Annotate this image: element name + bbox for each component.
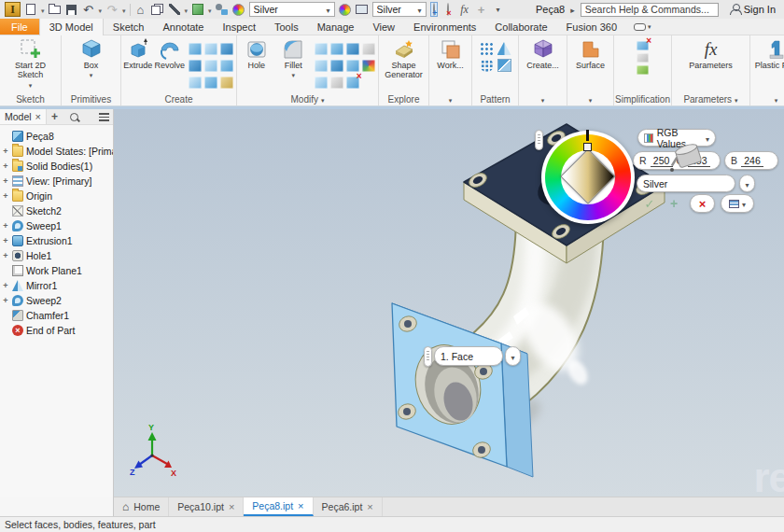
tab-view[interactable]: View (363, 19, 404, 35)
share-button[interactable] (216, 2, 229, 17)
tree-item-hole1[interactable]: +Hole1 (0, 248, 113, 263)
chevron-down-icon[interactable] (41, 4, 45, 15)
sign-in-button[interactable]: Sign In (730, 4, 776, 15)
tree-item-model-states[interactable]: +Model States: [Primary] (0, 144, 113, 159)
tab-file[interactable]: File (0, 19, 39, 35)
chevron-down-icon[interactable] (185, 4, 189, 15)
browser-tab-model[interactable]: Model (0, 109, 47, 124)
diamond-handle[interactable] (583, 143, 592, 151)
fillet-button[interactable]: Fillet (276, 38, 312, 80)
decal-icon[interactable] (204, 60, 217, 72)
circular-pattern-icon[interactable] (480, 59, 494, 72)
chevron-down-icon[interactable] (541, 94, 545, 105)
open-button[interactable] (49, 2, 62, 17)
mini-toolbar-grip[interactable] (535, 130, 543, 150)
home-view-button[interactable] (134, 2, 147, 17)
tab-peca10[interactable]: Peça10.ipt (169, 497, 244, 516)
rib-icon[interactable] (204, 77, 217, 89)
direct-edit-icon[interactable] (362, 43, 375, 55)
tab-fusion-360[interactable]: Fusion 360 (557, 19, 626, 35)
revolve-button[interactable]: Revolve (154, 38, 185, 70)
tab-inspect[interactable]: Inspect (214, 19, 265, 35)
chevron-down-icon[interactable] (775, 94, 778, 105)
thread-icon[interactable] (330, 43, 343, 55)
appearance-add-button-active[interactable]: + (430, 2, 438, 17)
delete-face-icon[interactable] (346, 77, 359, 89)
define-envelope-icon[interactable] (637, 65, 649, 75)
tab-peca8-active[interactable]: Peça8.ipt (244, 497, 313, 516)
color-wheel-picker[interactable] (541, 131, 635, 224)
start-2d-sketch-button[interactable]: Start 2D Sketch (10, 38, 51, 90)
bend-part-icon[interactable] (315, 77, 328, 89)
coil-icon[interactable] (189, 77, 202, 89)
emboss-icon[interactable] (204, 43, 217, 55)
options-button[interactable] (721, 194, 754, 213)
face-selector-arrow[interactable] (505, 346, 521, 366)
combine-icon[interactable] (330, 60, 343, 72)
hue-marker[interactable] (586, 130, 589, 141)
derive-icon[interactable] (220, 43, 233, 55)
search-input[interactable] (581, 3, 719, 17)
new-file-button[interactable] (24, 2, 37, 17)
close-icon[interactable] (367, 501, 372, 512)
appearance-icon[interactable] (362, 60, 375, 72)
shell-icon[interactable] (346, 43, 359, 55)
remove-features-icon[interactable] (637, 41, 649, 50)
tree-item-part[interactable]: Peça8 (0, 129, 113, 144)
cancel-button[interactable]: × (690, 194, 715, 213)
axis-triad[interactable]: Y Z X (130, 423, 176, 478)
chevron-right-icon[interactable] (568, 4, 577, 15)
chevron-down-icon[interactable] (589, 94, 593, 105)
expander[interactable]: + (2, 296, 9, 305)
expander[interactable]: + (2, 221, 9, 231)
close-icon[interactable] (229, 501, 234, 512)
plastic-part-button[interactable]: Plastic Part (752, 38, 784, 70)
ok-button[interactable]: ✓ (639, 194, 660, 213)
ribbon-display-options-button[interactable] (626, 19, 659, 35)
face-selector-grip[interactable] (424, 346, 432, 367)
iproperties-button[interactable] (151, 2, 164, 17)
appearance-button[interactable] (339, 2, 352, 17)
tree-item-extrusion1[interactable]: +Extrusion1 (0, 233, 113, 248)
tree-item-sketch2[interactable]: Sketch2 (0, 203, 113, 218)
create-freeform-button[interactable]: Create... (523, 38, 564, 70)
customize-toolbar-button[interactable] (492, 2, 505, 17)
tree-item-chamfer1[interactable]: Chamfer1 (0, 308, 113, 323)
hole-button[interactable]: Hole (239, 38, 274, 70)
move-face-icon[interactable] (330, 77, 343, 89)
import-icon[interactable] (220, 60, 233, 72)
draft-icon[interactable] (315, 60, 328, 72)
tab-environments[interactable]: Environments (404, 19, 485, 35)
tab-home[interactable]: Home (114, 497, 169, 516)
expander[interactable]: + (2, 147, 9, 156)
inventor-logo[interactable]: I (5, 2, 21, 17)
tree-item-solid-bodies[interactable]: +Solid Bodies(1) (0, 159, 113, 174)
chevron-down-icon[interactable] (735, 94, 738, 105)
appearance-wheel-button[interactable] (232, 2, 245, 17)
expander[interactable]: + (2, 176, 9, 186)
save-button[interactable] (65, 2, 78, 17)
shape-generator-button[interactable]: Shape Generator (384, 38, 425, 80)
box-button[interactable]: Box (71, 38, 112, 80)
expander[interactable]: + (2, 281, 9, 290)
loft-icon[interactable] (189, 60, 202, 72)
tab-sketch[interactable]: Sketch (104, 19, 154, 35)
chamfer-icon[interactable] (315, 43, 328, 55)
tab-tools[interactable]: Tools (265, 19, 308, 35)
chevron-down-icon[interactable] (122, 4, 126, 15)
tree-item-view-rep[interactable]: +View: [Primary] (0, 174, 113, 189)
appearance-combo-arrow[interactable] (739, 175, 755, 192)
expander[interactable]: + (2, 191, 9, 201)
tab-collaborate[interactable]: Collaborate (485, 19, 556, 35)
expander[interactable]: + (2, 161, 9, 171)
tab-peca6[interactable]: Peça6.ipt (314, 497, 383, 516)
color-mode-dropdown[interactable]: RGB Values (637, 129, 716, 147)
unwrap-icon[interactable] (220, 77, 233, 89)
tree-item-work-plane1[interactable]: Work Plane1 (0, 263, 113, 278)
rectangular-pattern-icon[interactable] (480, 42, 494, 55)
r-value-field[interactable]: 250 (651, 155, 673, 167)
extrude-button[interactable]: Extrude (123, 38, 152, 70)
tree-item-sweep1[interactable]: +Sweep1 (0, 218, 113, 233)
b-value-field[interactable]: 246 (741, 155, 763, 167)
tree-item-origin[interactable]: +Origin (0, 189, 113, 203)
